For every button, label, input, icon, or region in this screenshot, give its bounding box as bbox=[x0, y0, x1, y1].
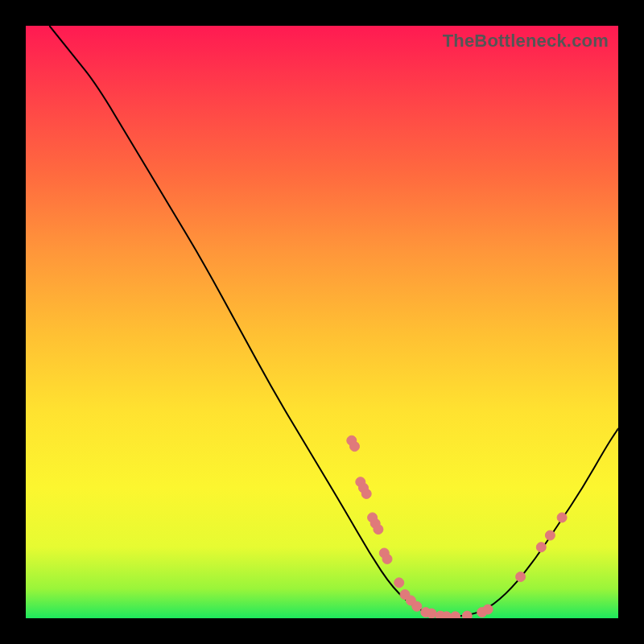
data-point bbox=[516, 572, 526, 582]
data-point bbox=[462, 611, 472, 618]
data-point bbox=[412, 601, 422, 611]
bottleneck-curve bbox=[49, 26, 618, 617]
data-point bbox=[557, 513, 567, 522]
chart-area: TheBottleneck.com bbox=[26, 26, 618, 618]
data-point bbox=[442, 612, 452, 618]
data-point bbox=[394, 578, 404, 588]
data-point bbox=[483, 605, 493, 614]
data-points bbox=[347, 436, 567, 618]
data-point bbox=[374, 525, 383, 535]
data-point bbox=[427, 609, 436, 618]
data-point bbox=[382, 554, 392, 564]
data-point bbox=[350, 442, 360, 452]
data-point bbox=[361, 489, 371, 498]
data-point bbox=[451, 612, 460, 618]
data-point bbox=[545, 530, 555, 540]
data-point bbox=[536, 543, 546, 552]
plot-svg bbox=[26, 26, 618, 618]
